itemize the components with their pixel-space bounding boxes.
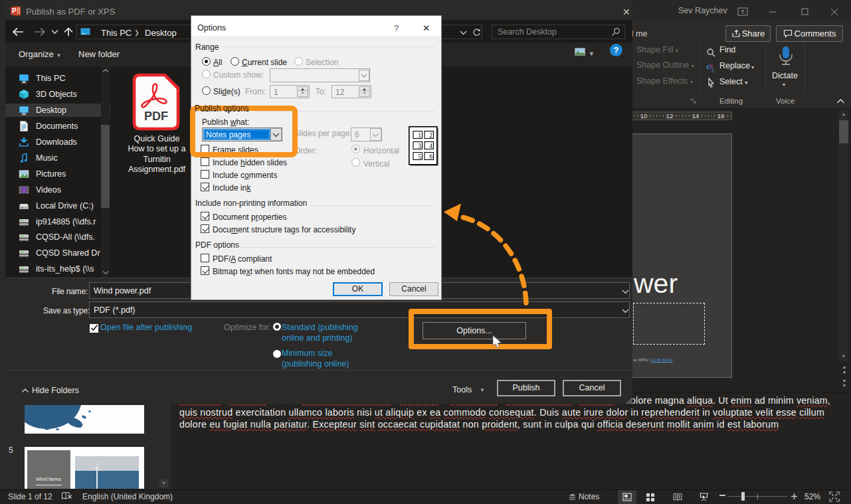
svg-text:P: P: [12, 7, 17, 15]
svg-text:6: 6: [429, 153, 432, 160]
svg-text:1: 1: [418, 132, 421, 139]
svg-text:PDF: PDF: [144, 110, 168, 123]
svg-text:12: 12: [666, 112, 674, 120]
svg-text:2: 2: [429, 132, 432, 139]
svg-text:4: 4: [429, 143, 432, 149]
svg-text:c: c: [711, 67, 715, 74]
svg-text:10: 10: [640, 112, 648, 120]
svg-text:5: 5: [418, 153, 421, 160]
svg-text:3: 3: [418, 143, 421, 149]
